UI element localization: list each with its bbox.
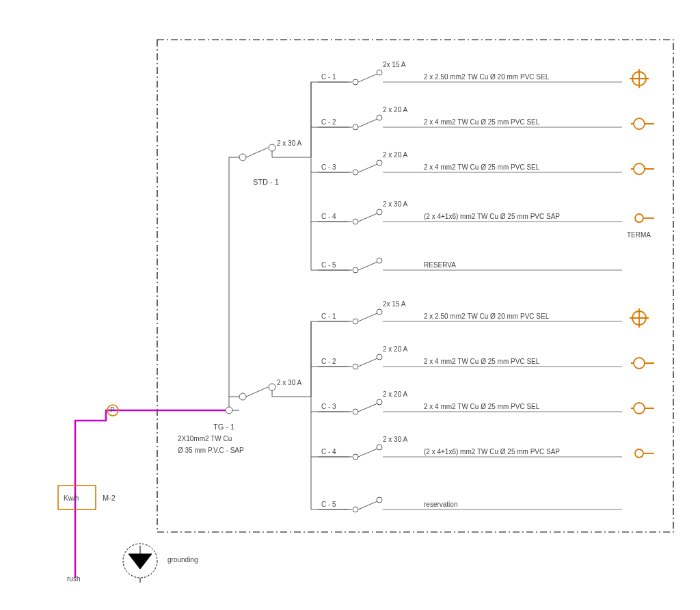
tg-spec2: Ø 35 mm P.V.C - SAP	[178, 447, 244, 454]
ground-icon	[123, 544, 157, 583]
circuit-rating: 2 x 30 A	[383, 436, 407, 443]
svg-point-20	[634, 358, 645, 369]
tg-node	[226, 407, 232, 414]
circuit-id: C - 5	[321, 261, 336, 269]
cable-spec: 2 x 4 mm2 TW Cu Ø 25 mm PVC SEL	[424, 403, 540, 410]
circuit-id: C - 2	[321, 118, 336, 126]
svg-point-11	[377, 209, 382, 215]
meter-label: Kw/h	[64, 494, 79, 502]
outlet-icon	[631, 163, 654, 174]
svg-point-25	[377, 445, 382, 450]
std-in-node	[239, 154, 246, 161]
circuit-rating: 2 x 20 A	[383, 106, 407, 114]
std-bus	[272, 82, 311, 270]
std-out-node	[269, 144, 275, 151]
circuit-rating: 2x 15 A	[383, 300, 406, 308]
ground-label: grounding	[167, 556, 198, 563]
tg-spec1: 2X10mm2 TW Cu	[178, 435, 232, 442]
circuit-rating: 2 x 30 A	[383, 200, 407, 208]
circuit-node	[353, 319, 358, 324]
main-breaker-label: 2 x 30 A	[277, 379, 301, 386]
meter-id: M-2	[103, 494, 116, 502]
circuit-node	[353, 170, 358, 175]
svg-point-19	[377, 354, 382, 360]
circuit-id: C - 2	[321, 358, 336, 365]
svg-point-28	[377, 497, 382, 503]
feeder-label: rush	[67, 575, 80, 583]
std-breaker	[246, 148, 268, 157]
svg-point-2	[377, 70, 382, 75]
main-in-node	[239, 393, 246, 400]
std-breaker-label: 2 x 30 A	[277, 140, 301, 147]
circuit-id: C - 3	[321, 163, 336, 171]
heater-icon	[635, 449, 654, 458]
cable-spec: RESERVA	[424, 261, 456, 269]
main-bus	[272, 321, 311, 509]
riser	[229, 157, 239, 407]
svg-point-6	[634, 118, 645, 129]
circuit-group-std: C - 12x 15 A2 x 2.50 mm2 TW Cu Ø 20 mm P…	[311, 61, 654, 273]
svg-point-12	[635, 214, 643, 222]
svg-point-8	[377, 160, 382, 165]
circuit-id: C - 4	[321, 213, 336, 220]
circuit-node	[353, 507, 358, 512]
std-name: STD - 1	[253, 178, 279, 186]
circuit-node	[353, 79, 358, 85]
circuit-node	[353, 219, 358, 224]
light-icon	[630, 308, 649, 328]
svg-point-22	[377, 399, 382, 405]
outlet-icon	[631, 403, 654, 414]
circuit-rating: 2x 15 A	[383, 61, 406, 68]
circuit-rating: 2 x 20 A	[383, 390, 407, 398]
heater-icon: TERMA	[627, 214, 654, 239]
cable-spec: reservation	[424, 501, 457, 508]
outlet-icon	[631, 358, 654, 369]
svg-point-14	[377, 258, 382, 263]
circuit-node	[353, 409, 358, 414]
icon-label: TERMA	[627, 231, 651, 239]
cable-spec: 2 x 2.50 mm2 TW Cu Ø 20 mm PVC SEL	[424, 73, 550, 81]
circuit-id: C - 1	[321, 313, 336, 320]
cable-spec: (2 x 4+1x6) mm2 TW Cu Ø 25 mm PVC SAP	[424, 448, 560, 455]
svg-point-16	[377, 309, 382, 315]
svg-point-23	[634, 403, 645, 414]
circuit-id: C - 4	[321, 448, 336, 455]
svg-point-26	[635, 449, 643, 458]
svg-point-9	[634, 163, 645, 174]
cable-spec: 2 x 4 mm2 TW Cu Ø 25 mm PVC SEL	[424, 118, 540, 126]
circuit-group-main: C - 12x 15 A2 x 2.50 mm2 TW Cu Ø 20 mm P…	[311, 300, 654, 512]
light-icon	[630, 69, 649, 88]
outlet-icon	[631, 118, 654, 129]
circuit-rating: 2 x 20 A	[383, 151, 407, 159]
circuit-node	[353, 364, 358, 369]
panel-border	[157, 40, 673, 532]
circuit-id: C - 5	[321, 501, 336, 508]
cable-spec: 2 x 4 mm2 TW Cu Ø 25 mm PVC SEL	[424, 163, 540, 171]
cable-spec: (2 x 4+1x6) mm2 TW Cu Ø 25 mm PVC SAP	[424, 213, 560, 220]
main-out-node	[269, 384, 275, 390]
main-breaker	[246, 387, 268, 397]
circuit-rating: 2 x 20 A	[383, 345, 407, 353]
circuit-id: C - 1	[321, 73, 336, 81]
svg-point-5	[377, 115, 382, 120]
circuit-node	[353, 267, 358, 273]
cable-spec: 2 x 4 mm2 TW Cu Ø 25 mm PVC SEL	[424, 358, 540, 365]
circuit-node	[353, 454, 358, 460]
rcd-label: P	[110, 406, 115, 414]
circuit-node	[353, 124, 358, 130]
cable-spec: 2 x 2.50 mm2 TW Cu Ø 20 mm PVC SEL	[424, 313, 550, 320]
tg-name: TG - 1	[213, 423, 234, 431]
circuit-id: C - 3	[321, 403, 336, 410]
